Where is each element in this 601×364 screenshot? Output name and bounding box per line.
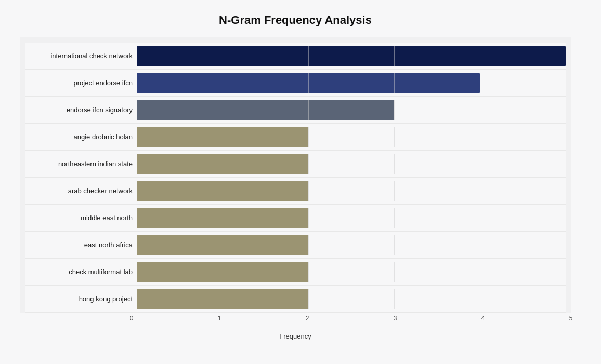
- x-tick: 2: [306, 315, 309, 322]
- bar-label: hong kong project: [25, 295, 137, 303]
- grid-line: [480, 235, 480, 255]
- bar-label: international check network: [25, 52, 137, 60]
- grid-line: [223, 127, 223, 147]
- chart-container: N-Gram Frequency Analysis international …: [15, 3, 586, 361]
- grid-line: [566, 181, 566, 201]
- bar-track: [137, 100, 566, 120]
- bar-row: northeastern indian state: [25, 151, 566, 178]
- grid-line: [394, 235, 395, 255]
- grid-line: [308, 181, 309, 201]
- x-axis-area: 012345: [20, 315, 571, 330]
- grid-line: [223, 208, 223, 228]
- grid-line: [308, 262, 309, 282]
- bar-fill: [137, 46, 566, 66]
- bar-label: east north africa: [25, 241, 137, 249]
- grid-line: [308, 235, 309, 255]
- grid-line: [308, 46, 309, 66]
- bar-row: east north africa: [25, 232, 566, 259]
- grid-line: [394, 289, 395, 309]
- grid-line: [308, 127, 309, 147]
- grid-line: [566, 235, 566, 255]
- grid-line: [566, 289, 566, 309]
- bar-track: [137, 154, 566, 174]
- grid-line: [394, 100, 395, 120]
- bar-row: international check network: [25, 43, 566, 70]
- bar-row: middle east north: [25, 205, 566, 232]
- bar-row: hong kong project: [25, 286, 566, 313]
- grid-line: [223, 181, 223, 201]
- grid-line: [394, 262, 395, 282]
- grid-line: [223, 100, 223, 120]
- grid-line: [137, 46, 137, 66]
- grid-line: [480, 127, 480, 147]
- grid-line: [566, 73, 566, 93]
- chart-title: N-Gram Frequency Analysis: [20, 14, 571, 27]
- grid-line: [480, 208, 480, 228]
- x-tick: 5: [569, 315, 573, 322]
- bar-track: [137, 208, 566, 228]
- x-axis-title: Frequency: [20, 332, 571, 340]
- bar-row: check multiformat lab: [25, 259, 566, 286]
- grid-line: [223, 46, 223, 66]
- grid-line: [308, 154, 309, 174]
- bar-track: [137, 46, 566, 66]
- grid-line: [394, 73, 395, 93]
- grid-line: [566, 262, 566, 282]
- grid-line: [480, 289, 480, 309]
- x-ticks: 012345: [132, 315, 571, 330]
- x-tick: 3: [394, 315, 397, 322]
- grid-line: [566, 100, 566, 120]
- grid-line: [394, 181, 395, 201]
- bar-track: [137, 262, 566, 282]
- grid-line: [137, 208, 137, 228]
- grid-line: [137, 235, 137, 255]
- bar-track: [137, 73, 566, 93]
- grid-line: [137, 127, 137, 147]
- bar-row: arab checker network: [25, 178, 566, 205]
- grid-line: [394, 127, 395, 147]
- grid-line: [480, 181, 480, 201]
- bar-fill: [137, 100, 394, 120]
- grid-line: [223, 235, 223, 255]
- grid-line: [223, 289, 223, 309]
- grid-line: [566, 46, 566, 66]
- grid-line: [137, 181, 137, 201]
- bar-label: middle east north: [25, 214, 137, 222]
- bar-label: project endorse ifcn: [25, 79, 137, 87]
- grid-line: [308, 100, 309, 120]
- grid-line: [480, 154, 480, 174]
- grid-line: [566, 127, 566, 147]
- bar-track: [137, 289, 566, 309]
- x-tick: 0: [130, 315, 134, 322]
- grid-line: [223, 262, 223, 282]
- grid-line: [137, 154, 137, 174]
- grid-line: [480, 46, 480, 66]
- grid-line: [137, 73, 137, 93]
- bar-label: northeastern indian state: [25, 160, 137, 168]
- bar-row: project endorse ifcn: [25, 70, 566, 97]
- grid-line: [480, 262, 480, 282]
- bar-label: endorse ifcn signatory: [25, 106, 137, 114]
- grid-line: [308, 208, 309, 228]
- grid-line: [394, 46, 395, 66]
- bar-track: [137, 181, 566, 201]
- x-tick: 1: [218, 315, 221, 322]
- bar-track: [137, 235, 566, 255]
- bar-label: arab checker network: [25, 187, 137, 195]
- bar-label: angie drobnic holan: [25, 133, 137, 141]
- bar-label: check multiformat lab: [25, 268, 137, 276]
- grid-line: [480, 73, 480, 93]
- grid-line: [223, 154, 223, 174]
- grid-line: [480, 100, 480, 120]
- grid-line: [394, 208, 395, 228]
- bar-track: [137, 127, 566, 147]
- grid-line: [394, 154, 395, 174]
- chart-area: international check networkproject endor…: [20, 37, 571, 313]
- grid-line: [137, 100, 137, 120]
- grid-line: [566, 154, 566, 174]
- grid-line: [223, 73, 223, 93]
- grid-line: [137, 289, 137, 309]
- bar-row: angie drobnic holan: [25, 124, 566, 151]
- x-tick: 4: [481, 315, 485, 322]
- grid-line: [137, 262, 137, 282]
